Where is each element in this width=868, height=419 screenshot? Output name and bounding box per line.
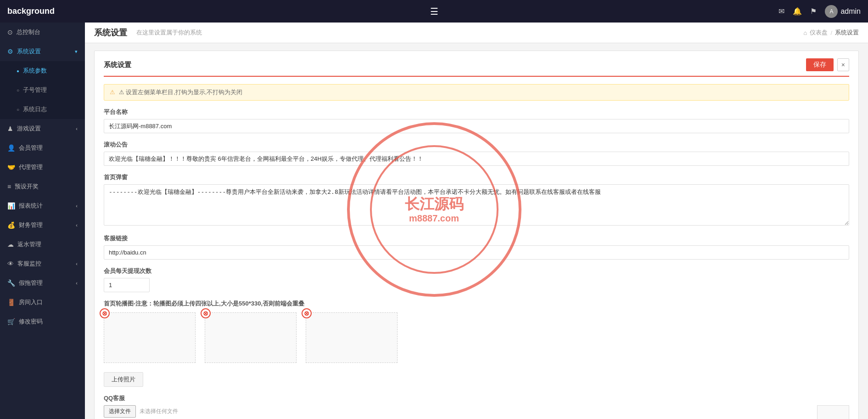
close-card-button[interactable]: × — [837, 58, 849, 71]
dashboard-icon: ⊙ — [7, 28, 13, 36]
breadcrumb-subtitle: 在这里设置属于你的系统 — [136, 28, 202, 37]
qq-service-left: 选择文件 未选择任何文件 上传QQ客服 — [104, 405, 808, 419]
submenu-label: 子号管理 — [23, 86, 47, 94]
sidebar-item-label: 代理管理 — [19, 163, 43, 171]
cs-icon: 👁 — [7, 260, 14, 267]
avatar: A — [825, 5, 838, 18]
popup-textarea[interactable] — [104, 184, 849, 226]
member-icon: 👤 — [7, 144, 15, 152]
chevron-right-icon: ‹ — [76, 280, 78, 286]
sidebar-item-sub-account[interactable]: 子号管理 — [0, 80, 85, 100]
form-group-popup: 首页弹窗 — [104, 173, 849, 227]
banner-images: ⊗ ⊗ ⊗ — [104, 312, 849, 363]
form-group-banner: 首页轮播图-注意：轮播图必须上传四张以上,大小是550*330,否则前端会重叠 … — [104, 300, 849, 387]
popup-label: 首页弹窗 — [104, 173, 849, 181]
sidebar-item-cs-monitor[interactable]: 👁 客服监控 ‹ — [0, 254, 85, 273]
room-icon: 🚪 — [7, 299, 15, 306]
sidebar-item-label: 报表统计 — [19, 202, 43, 210]
hamburger-icon[interactable]: ☰ — [430, 6, 438, 17]
sidebar-item-label: 客服监控 — [17, 260, 41, 268]
sidebar-item-label: 游戏设置 — [17, 125, 41, 133]
card-title: 系统设置 — [104, 61, 131, 69]
settings-icon: ⚙ — [7, 48, 13, 55]
chevron-right-icon: ‹ — [76, 126, 78, 131]
cs-link-label: 客服链接 — [104, 234, 849, 243]
game-icon: ♟ — [7, 125, 13, 132]
platform-name-input[interactable] — [104, 119, 849, 133]
banner-remove-3[interactable]: ⊗ — [302, 308, 312, 318]
qq-service-label: QQ客服 — [104, 394, 849, 402]
sidebar-item-system-settings[interactable]: ⚙ 系统设置 ▾ — [0, 42, 85, 61]
sidebar-item-label: 会员管理 — [19, 144, 43, 152]
banner-remove-2[interactable]: ⊗ — [201, 308, 211, 318]
card-actions: 保存 × — [806, 58, 849, 71]
chevron-right-icon: ‹ — [76, 203, 78, 209]
home-icon: ⌂ — [804, 29, 807, 36]
sidebar-item-pre-open[interactable]: ≡ 预设开奖 — [0, 177, 85, 196]
form-group-platform-name: 平台名称 — [104, 108, 849, 133]
sidebar-submenu-system: 系统参数 子号管理 系统日志 — [0, 61, 85, 119]
form-group-daily-withdraw: 会员每天提现次数 — [104, 267, 849, 292]
sidebar-item-finance-mgmt[interactable]: 💰 财务管理 ‹ — [0, 215, 85, 235]
warning-icon: ⚠ — [110, 89, 115, 96]
top-nav: background ☰ ✉ 🔔 ⚑ A admin — [0, 0, 868, 23]
banner-img-3: ⊗ — [306, 312, 398, 363]
chevron-right-icon: ‹ — [76, 261, 78, 266]
save-button[interactable]: 保存 — [806, 58, 834, 71]
flag-icon[interactable]: ⚑ — [810, 7, 817, 16]
sidebar-item-member-mgmt[interactable]: 👤 会员管理 — [0, 138, 85, 158]
qq-no-file-label: 未选择任何文件 — [140, 408, 178, 415]
sidebar-item-dashboard[interactable]: ⊙ 总控制台 — [0, 23, 85, 42]
report-icon: 📊 — [7, 202, 15, 210]
sidebar-item-change-pwd[interactable]: 🛒 修改密码 — [0, 312, 85, 331]
daily-withdraw-label: 会员每天提现次数 — [104, 267, 849, 275]
banner-label: 首页轮播图-注意：轮播图必须上传四张以上,大小是550*330,否则前端会重叠 — [104, 300, 849, 308]
form-group-cs-link: 客服链接 — [104, 234, 849, 260]
qq-choose-file-button[interactable]: 选择文件 — [104, 405, 136, 418]
marquee-input[interactable] — [104, 152, 849, 166]
pwd-icon: 🛒 — [7, 318, 15, 325]
marquee-label: 滚动公告 — [104, 141, 849, 149]
banner-img-1: ⊗ — [104, 312, 196, 363]
settings-card: 系统设置 保存 × ⚠ ⚠ 设置左侧菜单栏目,打钩为显示,不打钩为关闭 平台名称 — [94, 51, 859, 419]
sidebar-item-rebate-mgmt[interactable]: ☁ 返水管理 — [0, 235, 85, 254]
upload-photo-button[interactable]: 上传照片 — [104, 372, 143, 387]
sidebar-item-label: 假拖管理 — [19, 279, 43, 287]
sidebar-item-label: 财务管理 — [19, 221, 43, 229]
admin-label: admin — [840, 7, 861, 16]
sidebar: ⊙ 总控制台 ⚙ 系统设置 ▾ 系统参数 子号管理 系统日志 ♟ 游戏设置 ‹ — [0, 23, 85, 419]
content-area: 系统设置 在这里设置属于你的系统 ⌂ 仪表盘 / 系统设置 系统设置 保存 × — [85, 23, 868, 419]
sidebar-item-report-stats[interactable]: 📊 报表统计 ‹ — [0, 196, 85, 215]
sidebar-item-room-entry[interactable]: 🚪 房间入口 — [0, 293, 85, 312]
sidebar-item-system-params[interactable]: 系统参数 — [0, 61, 85, 80]
email-icon[interactable]: ✉ — [778, 7, 784, 16]
form-group-marquee: 滚动公告 — [104, 141, 849, 166]
sidebar-item-agent-mgmt[interactable]: 🤝 代理管理 — [0, 158, 85, 177]
daily-withdraw-input[interactable] — [104, 278, 150, 292]
sidebar-item-label: 返水管理 — [17, 240, 41, 249]
breadcrumb: ⌂ 仪表盘 / 系统设置 — [804, 28, 859, 37]
sidebar-item-fake-mgmt[interactable]: 🔧 假拖管理 ‹ — [0, 273, 85, 293]
sidebar-item-game-settings[interactable]: ♟ 游戏设置 ‹ — [0, 119, 85, 138]
cs-link-input[interactable] — [104, 245, 849, 260]
finance-icon: 💰 — [7, 221, 15, 229]
breadcrumb-current: 系统设置 — [835, 28, 859, 37]
main-layout: ⊙ 总控制台 ⚙ 系统设置 ▾ 系统参数 子号管理 系统日志 ♟ 游戏设置 ‹ — [0, 23, 868, 419]
warning-text: ⚠ 设置左侧菜单栏目,打钩为显示,不打钩为关闭 — [119, 89, 243, 96]
brand-title: background — [7, 6, 90, 16]
preopen-icon: ≡ — [7, 183, 11, 190]
sidebar-item-label: 房间入口 — [19, 298, 43, 306]
breadcrumb-link-dashboard[interactable]: 仪表盘 — [810, 28, 828, 37]
card-header: 系统设置 保存 × — [104, 58, 849, 77]
sidebar-item-system-log[interactable]: 系统日志 — [0, 100, 85, 119]
sidebar-item-label: 总控制台 — [17, 28, 40, 36]
submenu-label: 系统日志 — [23, 105, 47, 113]
banner-img-2: ⊗ — [205, 312, 297, 363]
qq-file-input-row: 选择文件 未选择任何文件 — [104, 405, 808, 418]
sidebar-item-label: 预设开奖 — [15, 182, 39, 191]
breadcrumb-bar: 系统设置 在这里设置属于你的系统 ⌂ 仪表盘 / 系统设置 — [85, 23, 868, 43]
bell-icon[interactable]: 🔔 — [793, 7, 802, 16]
banner-remove-1[interactable]: ⊗ — [100, 308, 110, 318]
agent-icon: 🤝 — [7, 164, 15, 171]
admin-menu[interactable]: A admin — [825, 5, 861, 18]
